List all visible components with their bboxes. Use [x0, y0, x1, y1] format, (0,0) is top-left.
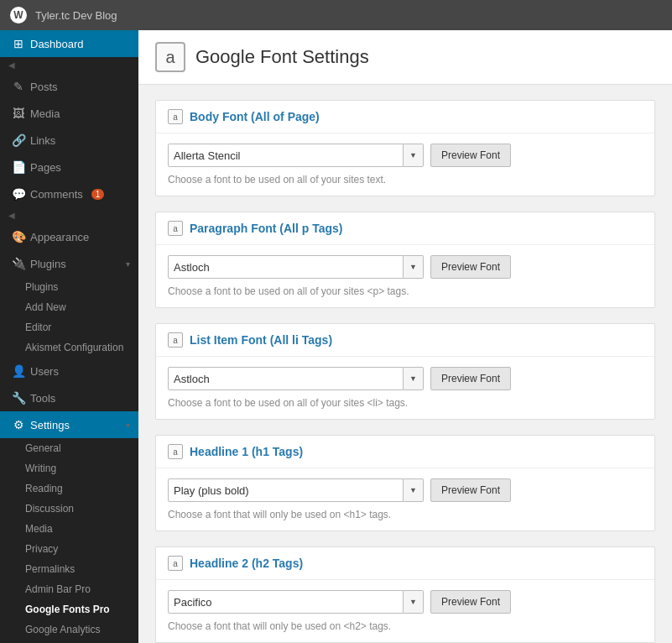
pages-icon: 📄	[12, 160, 25, 174]
sidebar-item-tools[interactable]: 🔧 Tools	[0, 384, 138, 411]
settings-icon: ⚙	[12, 418, 25, 431]
font-select-paragraph[interactable]: Allerta Stencil Astloch Pacifico Play (p…	[168, 255, 404, 279]
section-paragraph-font: a Paragraph Font (All p Tags) Allerta St…	[155, 212, 655, 308]
font-select-list-item[interactable]: Allerta Stencil Astloch Pacifico Play (p…	[168, 367, 404, 390]
sidebar-item-label: Posts	[30, 81, 58, 93]
select-wrapper-headline2: Allerta Stencil Astloch Pacifico Play (p…	[168, 590, 424, 614]
section-description-headline2: Choose a font that will only be used on …	[168, 620, 643, 632]
sidebar-item-label: Tools	[30, 392, 55, 405]
comments-badge: 1	[91, 189, 105, 200]
section-body-list-item-font: Allerta Stencil Astloch Pacifico Play (p…	[156, 357, 654, 419]
sidebar-item-label: Comments	[30, 188, 83, 201]
sidebar-item-users[interactable]: 👤 Users	[0, 358, 138, 384]
sidebar-item-plugins[interactable]: 🔌 Plugins ▾	[0, 250, 138, 277]
sidebar-item-settings[interactable]: ⚙ Settings ▾	[0, 411, 138, 438]
select-arrow-headline1[interactable]: ▼	[404, 478, 424, 502]
sidebar-item-label: Plugins	[30, 258, 66, 270]
font-row-list-item: Allerta Stencil Astloch Pacifico Play (p…	[168, 367, 643, 390]
select-arrow-headline2[interactable]: ▼	[404, 590, 424, 614]
section-title-body-font[interactable]: Body Font (All of Page)	[190, 110, 320, 123]
section-title-headline1-font[interactable]: Headline 1 (h1 Tags)	[190, 445, 303, 458]
plugins-icon: 🔌	[12, 257, 25, 270]
page-header-icon: a	[155, 42, 185, 72]
page-header: a Google Font Settings	[138, 30, 672, 85]
preview-button-body[interactable]: Preview Font	[430, 144, 511, 167]
sidebar-item-label: Pages	[30, 161, 61, 174]
sidebar-item-pages[interactable]: 📄 Pages	[0, 154, 138, 180]
section-description-list-item: Choose a font to be used on all of your …	[168, 397, 643, 409]
submenu-google-fonts-pro[interactable]: Google Fonts Pro	[0, 599, 138, 619]
submenu-general[interactable]: General	[0, 438, 138, 458]
sidebar-item-label: Settings	[30, 419, 70, 431]
select-wrapper-list-item: Allerta Stencil Astloch Pacifico Play (p…	[168, 367, 424, 390]
section-body-body-font: Allerta Stencil Astloch Pacifico Play (p…	[156, 133, 654, 196]
submenu-writing[interactable]: Writing	[0, 458, 138, 478]
wp-logo: W	[10, 7, 27, 24]
sidebar-item-links[interactable]: 🔗 Links	[0, 127, 138, 154]
preview-button-list-item[interactable]: Preview Font	[430, 367, 511, 390]
preview-button-headline2[interactable]: Preview Font	[430, 590, 511, 614]
section-body-font: a Body Font (All of Page) Allerta Stenci…	[155, 100, 655, 196]
settings-arrow: ▾	[126, 421, 130, 430]
collapse-arrow-mid[interactable]: ◀	[0, 207, 138, 223]
sidebar-item-posts[interactable]: ✎ Posts	[0, 73, 138, 100]
section-icon-list-item-font: a	[168, 332, 183, 348]
select-arrow-paragraph[interactable]: ▼	[404, 255, 424, 279]
font-row-body: Allerta Stencil Astloch Pacifico Play (p…	[168, 144, 643, 167]
section-icon-paragraph-font: a	[168, 221, 183, 236]
sidebar-item-label: Media	[30, 107, 60, 120]
font-select-headline2[interactable]: Allerta Stencil Astloch Pacifico Play (p…	[168, 590, 404, 614]
settings-area: a Body Font (All of Page) Allerta Stenci…	[138, 100, 672, 643]
sidebar-item-label: Users	[30, 365, 59, 378]
font-select-body[interactable]: Allerta Stencil Astloch Pacifico Play (p…	[168, 144, 404, 167]
font-select-headline1[interactable]: Allerta Stencil Astloch Pacifico Play (p…	[168, 478, 404, 502]
select-arrow-body[interactable]: ▼	[404, 144, 424, 167]
submenu-admin-bar-pro[interactable]: Admin Bar Pro	[0, 579, 138, 599]
submenu-editor[interactable]: Editor	[0, 317, 138, 337]
submenu-media[interactable]: Media	[0, 519, 138, 539]
section-headline1-font: a Headline 1 (h1 Tags) Allerta Stencil A…	[155, 435, 655, 531]
section-title-list-item-font[interactable]: List Item Font (All li Tags)	[190, 333, 332, 347]
select-wrapper-paragraph: Allerta Stencil Astloch Pacifico Play (p…	[168, 255, 424, 279]
submenu-akismet[interactable]: Akismet Configuration	[0, 337, 138, 358]
font-row-headline1: Allerta Stencil Astloch Pacifico Play (p…	[168, 478, 643, 502]
preview-button-headline1[interactable]: Preview Font	[430, 478, 511, 502]
top-bar: W Tyler.tc Dev Blog	[0, 0, 672, 30]
submenu-reading[interactable]: Reading	[0, 478, 138, 499]
section-body-headline2-font: Allerta Stencil Astloch Pacifico Play (p…	[156, 580, 654, 642]
section-title-paragraph-font[interactable]: Paragraph Font (All p Tags)	[190, 222, 343, 235]
section-icon-headline2-font: a	[168, 556, 183, 571]
collapse-arrow-top[interactable]: ◀	[0, 57, 138, 73]
appearance-icon: 🎨	[12, 230, 25, 243]
main-content: a Google Font Settings a Body Font (All …	[138, 30, 672, 643]
sidebar-item-media[interactable]: 🖼 Media	[0, 100, 138, 127]
submenu-discussion[interactable]: Discussion	[0, 499, 138, 519]
select-wrapper-body: Allerta Stencil Astloch Pacifico Play (p…	[168, 144, 424, 167]
sidebar-item-appearance[interactable]: 🎨 Appearance	[0, 223, 138, 250]
sidebar-item-comments[interactable]: 💬 Comments 1	[0, 180, 138, 207]
tools-icon: 🔧	[12, 391, 25, 405]
dashboard-icon: ⊞	[12, 37, 25, 50]
font-row-headline2: Allerta Stencil Astloch Pacifico Play (p…	[168, 590, 643, 614]
section-header-paragraph-font: a Paragraph Font (All p Tags)	[156, 212, 654, 245]
sidebar-item-dashboard[interactable]: ⊞ Dashboard	[0, 30, 138, 57]
submenu-google-analytics[interactable]: Google Analytics	[0, 619, 138, 640]
section-header-headline1-font: a Headline 1 (h1 Tags)	[156, 436, 654, 468]
sidebar-item-label: Dashboard	[30, 38, 84, 50]
section-icon-body-font: a	[168, 109, 183, 124]
section-body-paragraph-font: Allerta Stencil Astloch Pacifico Play (p…	[156, 245, 654, 307]
submenu-permalinks[interactable]: Permalinks	[0, 559, 138, 579]
section-header-body-font: a Body Font (All of Page)	[156, 101, 654, 133]
section-description-body: Choose a font to be used on all of your …	[168, 174, 643, 186]
submenu-plugins[interactable]: Plugins	[0, 277, 138, 297]
submenu-add-new[interactable]: Add New	[0, 297, 138, 317]
comments-icon: 💬	[12, 187, 25, 201]
select-arrow-list-item[interactable]: ▼	[404, 367, 424, 390]
submenu-privacy[interactable]: Privacy	[0, 539, 138, 559]
section-description-paragraph: Choose a font to be used on all of your …	[168, 285, 643, 297]
section-list-item-font: a List Item Font (All li Tags) Allerta S…	[155, 323, 655, 420]
preview-button-paragraph[interactable]: Preview Font	[430, 255, 511, 279]
sidebar-item-label: Appearance	[30, 231, 89, 243]
section-title-headline2-font[interactable]: Headline 2 (h2 Tags)	[190, 557, 303, 570]
page-title: Google Font Settings	[195, 46, 369, 68]
